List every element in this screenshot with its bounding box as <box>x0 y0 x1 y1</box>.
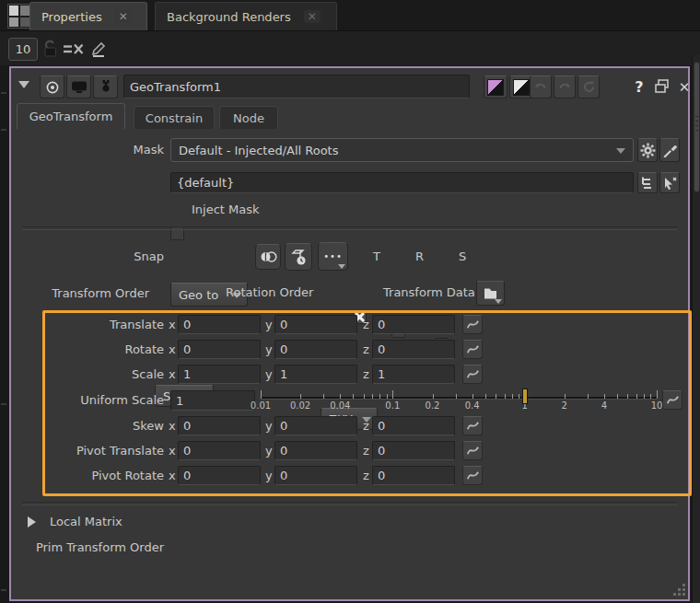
curve-icon <box>666 393 680 407</box>
node-color-swatch-button[interactable] <box>484 75 508 99</box>
detach-panel-button[interactable] <box>654 78 670 97</box>
skew-x-field[interactable] <box>178 416 261 435</box>
scale-x-field[interactable] <box>178 365 261 384</box>
snap-translate-label: T <box>373 249 380 263</box>
translate-z-field[interactable] <box>372 315 455 334</box>
chevron-down-icon <box>495 299 502 304</box>
scrollbar-thumb[interactable] <box>694 62 700 192</box>
vertical-scrollbar[interactable] <box>692 55 700 603</box>
skew-z-field[interactable] <box>372 416 455 435</box>
axis-z-label: z <box>363 469 369 482</box>
close-panel-button[interactable]: ✕ <box>676 75 693 99</box>
rotate-curve-button[interactable] <box>462 340 483 359</box>
snap-rotate-label: R <box>415 249 424 263</box>
properties-toolbar: 10 <box>0 31 700 65</box>
help-button[interactable]: ? <box>630 75 648 99</box>
rotate-x-field[interactable] <box>178 340 261 359</box>
lock-icon[interactable] <box>41 39 59 62</box>
tab-properties-close-icon[interactable]: ✕ <box>115 10 132 23</box>
translate-label: Translate <box>11 318 164 331</box>
tab-properties-label: Properties <box>41 10 102 24</box>
mask-preset-value: Default - Injected/All Roots <box>179 144 339 157</box>
edge-mark <box>1 92 6 94</box>
redo-button[interactable] <box>554 75 576 99</box>
clear-edits-icon[interactable] <box>63 42 84 59</box>
pivot-rotate-z-field[interactable] <box>372 466 455 485</box>
translate-curve-button[interactable] <box>462 315 483 334</box>
render-node-button[interactable] <box>66 75 91 99</box>
skew-curve-button[interactable] <box>462 416 483 435</box>
mask-preset-dropdown[interactable]: Default - Injected/All Roots <box>170 138 634 162</box>
scale-label: Scale <box>11 367 164 381</box>
mask-settings-button[interactable] <box>637 138 658 162</box>
scale-z-field[interactable] <box>372 365 455 384</box>
pivot-translate-x-field[interactable] <box>178 441 261 460</box>
pivot-rotate-y-field[interactable] <box>274 466 357 485</box>
pivot-translate-y-field[interactable] <box>274 441 357 460</box>
float-window-icon <box>654 78 670 94</box>
cel-select-button[interactable] <box>659 172 680 193</box>
uniform-scale-field[interactable] <box>170 390 255 411</box>
translate-y-field[interactable] <box>274 315 357 334</box>
curve-icon <box>466 367 480 381</box>
pivot-translate-z-field[interactable] <box>372 441 455 460</box>
tab-node-label: Node <box>233 111 264 125</box>
edge-mark <box>1 129 6 131</box>
axis-y-label: y <box>265 419 273 433</box>
view-node-button[interactable] <box>40 75 64 99</box>
pivot-rotate-label: Pivot Rotate <box>11 469 164 482</box>
axis-x-label: x <box>169 342 176 356</box>
snap-mode-value: Geo to <box>179 288 218 302</box>
tab-properties[interactable]: Properties ✕ <box>29 2 147 30</box>
axis-y-label: y <box>265 469 273 482</box>
eyedropper-icon <box>662 143 677 157</box>
uniform-scale-slider[interactable]: 0.010.020.040.10.20.412410 <box>261 387 657 412</box>
edit-pencil-icon[interactable] <box>88 39 108 61</box>
section-divider <box>22 502 677 505</box>
node-name-field[interactable] <box>123 75 470 99</box>
slider-handle[interactable] <box>522 388 528 404</box>
reset-button[interactable] <box>578 75 600 99</box>
snap-components-button[interactable] <box>285 243 312 271</box>
tab-constrain[interactable]: Constrain <box>134 106 215 129</box>
mask-cel-field[interactable] <box>170 172 634 193</box>
skew-y-field[interactable] <box>274 416 357 435</box>
snap-geometry-button[interactable] <box>255 244 281 270</box>
axis-y-label: y <box>265 444 273 458</box>
local-matrix-expander-icon[interactable] <box>28 516 36 528</box>
scale-curve-button[interactable] <box>462 365 483 384</box>
axis-z-label: z <box>363 419 369 433</box>
rotate-y-field[interactable] <box>274 340 357 359</box>
tab-background-renders[interactable]: Background Renders ✕ <box>155 2 337 30</box>
tab-node[interactable]: Node <box>219 106 278 129</box>
mask-label: Mask <box>11 143 164 157</box>
chevron-down-icon <box>338 264 345 269</box>
inject-mask-label: Inject Mask <box>192 203 260 216</box>
mask-eyedropper-button[interactable] <box>659 138 680 162</box>
scenegraph-browse-button[interactable] <box>637 172 658 193</box>
curve-icon <box>466 342 480 356</box>
axis-y-label: y <box>265 318 273 331</box>
pivot-translate-curve-button[interactable] <box>462 441 483 460</box>
resize-grip[interactable] <box>671 582 686 597</box>
scale-y-field[interactable] <box>274 365 357 384</box>
edit-node-button[interactable] <box>93 75 118 99</box>
axis-x-label: x <box>169 419 176 433</box>
pivot-rotate-curve-button[interactable] <box>462 466 483 485</box>
uniform-scale-curve-button[interactable] <box>662 390 682 410</box>
undo-button[interactable] <box>530 75 552 99</box>
pivot-rotate-x-field[interactable] <box>178 466 261 485</box>
slider-track <box>261 397 657 400</box>
select-arrow-icon <box>662 176 677 191</box>
transform-data-button[interactable] <box>476 281 505 306</box>
pane-menu-icon[interactable] <box>7 4 31 29</box>
snap-more-button[interactable]: ••• <box>318 242 348 271</box>
collapse-arrow-icon[interactable] <box>18 81 29 88</box>
rotation-order-label: Rotation Order <box>226 285 313 299</box>
tab-background-renders-close-icon[interactable]: ✕ <box>304 10 321 23</box>
axis-z-label: z <box>363 318 369 331</box>
max-panels-field[interactable]: 10 <box>8 38 38 61</box>
tab-geotransform[interactable]: GeoTransform <box>17 103 125 129</box>
rotate-z-field[interactable] <box>372 340 455 359</box>
translate-x-field[interactable] <box>178 315 261 334</box>
